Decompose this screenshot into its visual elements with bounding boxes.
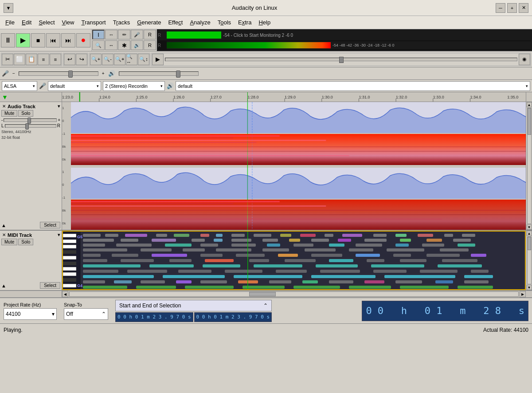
zoom-fit-vert-btn[interactable]: 🔍↕ bbox=[138, 54, 149, 65]
menu-tools[interactable]: Tools bbox=[214, 18, 235, 27]
snap-to-dropdown[interactable]: Off ⌃ bbox=[64, 308, 108, 320]
menu-help[interactable]: Help bbox=[255, 18, 274, 27]
svg-text:1:31.0: 1:31.0 bbox=[359, 95, 370, 99]
menu-edit[interactable]: Edit bbox=[18, 18, 35, 27]
selection-type-dropdown[interactable]: Start and End of Selection ⌃ bbox=[115, 300, 272, 311]
audio-track-expand-btn[interactable]: ▲ bbox=[1, 223, 6, 228]
play-btn[interactable]: ▶ bbox=[16, 33, 30, 47]
record-btn[interactable]: ● bbox=[76, 33, 90, 47]
svg-rect-126 bbox=[356, 254, 380, 257]
minimize-btn[interactable]: ─ bbox=[496, 3, 505, 13]
zoom-fit-btn[interactable]: 🔍↔ bbox=[126, 54, 137, 65]
paste-btn[interactable]: 📋 bbox=[26, 54, 37, 65]
menu-transport[interactable]: Transport bbox=[78, 18, 109, 27]
draw-tool-btn[interactable]: ✏ bbox=[118, 30, 130, 39]
midi-vscroll-down-btn[interactable]: ▼ bbox=[527, 285, 532, 290]
record-tool-btn[interactable]: 🎤 bbox=[131, 30, 143, 39]
zoom-tool-btn[interactable]: 🔍 bbox=[92, 40, 105, 50]
svg-rect-99 bbox=[116, 244, 152, 247]
close-btn[interactable]: ✕ bbox=[519, 3, 528, 13]
cursor-tool-btn[interactable]: I bbox=[92, 30, 105, 39]
play-speed-btn[interactable]: ▶ bbox=[152, 54, 164, 65]
output-volume-slider[interactable] bbox=[119, 71, 199, 76]
midi-vscroll-up-btn[interactable]: ▲ bbox=[527, 231, 532, 236]
svg-rect-128 bbox=[426, 254, 460, 257]
audio-track-dropdown-btn[interactable]: ▾ bbox=[58, 103, 60, 109]
midi-track-name: MIDI Track bbox=[8, 232, 57, 238]
menu-analyze[interactable]: Analyze bbox=[186, 18, 214, 27]
zoom-out-btn[interactable]: 🔍- bbox=[102, 54, 113, 65]
hscroll-track[interactable] bbox=[69, 291, 519, 297]
multi-tool-btn[interactable]: ✱ bbox=[118, 40, 130, 50]
audio-track-mute-btn[interactable]: Mute bbox=[1, 110, 17, 117]
window-menu-btn[interactable]: ▼ bbox=[4, 3, 13, 13]
audio-track-select-btn[interactable]: Select bbox=[40, 222, 60, 228]
maximize-btn[interactable]: + bbox=[507, 3, 517, 13]
vscroll-up-btn[interactable]: ▲ bbox=[527, 102, 532, 107]
svg-rect-146 bbox=[438, 264, 482, 267]
selection-end-time[interactable]: 0 0 h 0 1 m 2 3 . 9 7 0 s bbox=[194, 312, 272, 322]
output-monitor-btn[interactable]: 🔊 bbox=[131, 40, 143, 50]
vscroll-down-btn[interactable]: ▼ bbox=[527, 224, 532, 230]
pause-btn[interactable]: ⏸ bbox=[1, 33, 15, 47]
midi-track-dropdown-btn[interactable]: ▾ bbox=[58, 232, 60, 238]
pan-slider[interactable] bbox=[5, 124, 56, 128]
hscroll-right-btn[interactable]: ▶ bbox=[520, 291, 526, 297]
midi-track-vscroll[interactable]: ▲ ▼ bbox=[526, 231, 532, 290]
stop-btn[interactable]: ■ bbox=[31, 33, 45, 47]
copy-btn[interactable]: ⬜ bbox=[14, 54, 25, 65]
midi-vscroll-thumb[interactable] bbox=[528, 237, 531, 250]
edit-tools-section: ✂ ⬜ 📋 ≡ ≡ bbox=[1, 53, 62, 66]
play-speed-set-btn[interactable]: ◉ bbox=[519, 54, 530, 65]
menu-generate[interactable]: Generate bbox=[133, 18, 164, 27]
menu-extra[interactable]: Extra bbox=[235, 18, 255, 27]
vu-output-btn[interactable]: R bbox=[144, 40, 156, 50]
channels-dropdown[interactable]: 2 (Stereo) Recordin ▾ bbox=[103, 81, 165, 91]
audio-track-vscroll[interactable]: ▲ ▼ bbox=[526, 102, 532, 230]
menu-file[interactable]: File bbox=[2, 18, 18, 27]
redo-btn[interactable]: ↪ bbox=[76, 54, 87, 65]
midi-track-select-btn[interactable]: Select bbox=[40, 282, 60, 289]
trim-btn[interactable]: ≡ bbox=[38, 54, 49, 65]
audio-host-dropdown[interactable]: ALSA ▾ bbox=[2, 81, 37, 91]
time-tool-btn[interactable]: ↔ bbox=[105, 40, 117, 50]
hscroll-left-btn[interactable]: ◀ bbox=[62, 291, 68, 297]
speed-slider[interactable] bbox=[165, 58, 517, 61]
midi-track-content: G5 G4 bbox=[62, 231, 526, 290]
midi-track-close-btn[interactable]: ✕ bbox=[1, 232, 7, 237]
skip-end-btn[interactable]: ⏭ bbox=[61, 33, 75, 47]
svg-rect-39 bbox=[71, 142, 256, 143]
menu-tracks[interactable]: Tracks bbox=[110, 18, 134, 27]
zoom-sel-btn[interactable]: 🔍⌖ bbox=[114, 54, 125, 65]
gain-slider[interactable] bbox=[4, 118, 57, 122]
slider-toolbar: 🎤 − + 🔊 bbox=[0, 67, 532, 80]
undo-btn[interactable]: ↩ bbox=[64, 54, 75, 65]
input-device-dropdown[interactable]: default ▾ bbox=[48, 81, 101, 91]
menu-select[interactable]: Select bbox=[35, 18, 58, 27]
audio-track-solo-btn[interactable]: Solo bbox=[18, 110, 33, 117]
menu-bar: File Edit Select View Transport Tracks G… bbox=[0, 16, 532, 29]
project-rate-dropdown[interactable]: 44100 ▾ bbox=[4, 308, 57, 320]
silence-btn[interactable]: ≡ bbox=[50, 54, 61, 65]
svg-rect-109 bbox=[458, 244, 475, 247]
vu-input-btn[interactable]: R bbox=[144, 30, 156, 39]
menu-view[interactable]: View bbox=[59, 18, 78, 27]
svg-text:G5: G5 bbox=[77, 235, 82, 239]
zoom-in-btn[interactable]: 🔍+ bbox=[90, 54, 102, 65]
midi-track-mute-btn[interactable]: Mute bbox=[1, 239, 17, 245]
midi-track-expand-btn[interactable]: ▲ bbox=[1, 283, 6, 288]
menu-effect[interactable]: Effect bbox=[164, 18, 186, 27]
envelope-tool-btn[interactable]: ↔ bbox=[105, 30, 117, 39]
output-device-dropdown[interactable]: default ▾ bbox=[176, 81, 530, 91]
midi-track-solo-btn[interactable]: Solo bbox=[18, 239, 33, 245]
audio-track-close-btn[interactable]: ✕ bbox=[1, 104, 7, 109]
skip-start-btn[interactable]: ⏮ bbox=[46, 33, 60, 47]
hscroll-thumb[interactable] bbox=[249, 292, 276, 296]
selection-start-time[interactable]: 0 0 h 0 1 m 2 3 . 9 7 0 s bbox=[115, 312, 193, 322]
input-volume-slider[interactable] bbox=[19, 71, 98, 76]
vu-meter[interactable]: R -54 - Click to Start Monitoring 2 -6 0… bbox=[157, 29, 532, 51]
input-icon: 🎤 bbox=[2, 70, 9, 77]
svg-rect-149 bbox=[178, 270, 211, 273]
cut-btn[interactable]: ✂ bbox=[2, 54, 13, 65]
vscroll-thumb[interactable] bbox=[528, 108, 531, 135]
